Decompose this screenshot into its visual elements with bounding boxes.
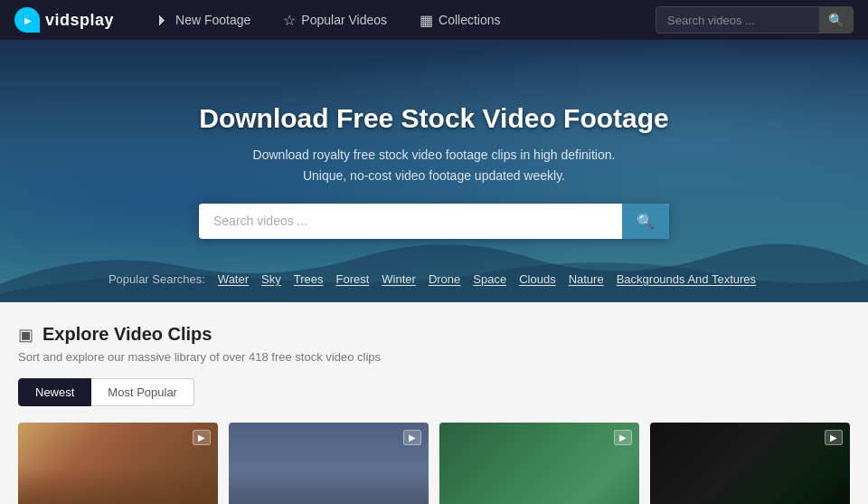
- hero-popular-searches: Popular Searches: Water Sky Trees Forest…: [0, 271, 868, 288]
- hero-subtitle: Download royalty free stock video footag…: [199, 145, 669, 185]
- video-play-button-4[interactable]: ▶: [825, 430, 843, 445]
- tag-clouds[interactable]: Clouds: [515, 271, 559, 288]
- tag-forest[interactable]: Forest: [332, 271, 373, 288]
- video-thumbnail-2: [229, 423, 429, 504]
- video-play-button-1[interactable]: ▶: [193, 430, 211, 445]
- section-header: ▣ Explore Video Clips: [18, 324, 850, 345]
- video-clips-icon: ▣: [18, 325, 33, 345]
- tag-drone[interactable]: Drone: [425, 271, 464, 288]
- section-title: Explore Video Clips: [42, 324, 212, 345]
- nav-search-input[interactable]: [656, 8, 819, 33]
- tag-water[interactable]: Water: [214, 271, 252, 288]
- star-icon: ☆: [283, 12, 296, 29]
- hero-title: Download Free Stock Video Footage: [199, 103, 669, 134]
- tag-backgrounds[interactable]: Backgrounds And Textures: [613, 271, 760, 288]
- tag-nature[interactable]: Nature: [565, 271, 608, 288]
- hero-search-button[interactable]: 🔍: [622, 204, 669, 239]
- tag-sky[interactable]: Sky: [258, 271, 285, 288]
- nav-search-button[interactable]: 🔍: [819, 7, 853, 33]
- nav-link-collections[interactable]: ▦ Collections: [407, 6, 513, 34]
- nav-search-bar: 🔍: [656, 6, 854, 33]
- tag-space[interactable]: Space: [469, 271, 510, 288]
- sort-tabs: Newest Most Popular: [18, 378, 850, 406]
- video-grid: ▶ 01:18 ▶ 00:50 ▶ 00:29 ▶ 00:18: [18, 423, 850, 504]
- content-section: ▣ Explore Video Clips Sort and explore o…: [0, 302, 868, 504]
- tab-most-popular[interactable]: Most Popular: [91, 378, 194, 406]
- play-circle-icon: ⏵: [156, 12, 170, 28]
- hero-content: Download Free Stock Video Footage Downlo…: [181, 103, 687, 239]
- video-card-4[interactable]: ▶ 00:18: [650, 423, 850, 504]
- video-thumbnail-1: [18, 423, 218, 504]
- video-card-2[interactable]: ▶ 00:50: [229, 423, 429, 504]
- nav-link-new-footage[interactable]: ⏵ New Footage: [143, 6, 263, 33]
- video-thumbnail-3: [439, 423, 639, 504]
- tag-trees[interactable]: Trees: [290, 271, 327, 288]
- nav-links: ⏵ New Footage ☆ Popular Videos ▦ Collect…: [143, 6, 656, 34]
- video-card-1[interactable]: ▶ 01:18: [18, 423, 218, 504]
- video-play-button-2[interactable]: ▶: [403, 430, 421, 445]
- tag-winter[interactable]: Winter: [378, 271, 420, 288]
- collections-icon: ▦: [420, 12, 433, 29]
- popular-searches-label: Popular Searches:: [108, 272, 205, 286]
- hero-search-bar: 🔍: [199, 204, 669, 239]
- section-subtitle: Sort and explore our massive library of …: [18, 350, 850, 364]
- main-nav: vidsplay ⏵ New Footage ☆ Popular Videos …: [0, 0, 868, 40]
- hero-section: Download Free Stock Video Footage Downlo…: [0, 40, 868, 302]
- video-play-button-3[interactable]: ▶: [614, 430, 632, 445]
- nav-link-popular-videos[interactable]: ☆ Popular Videos: [270, 6, 400, 34]
- video-thumbnail-4: [650, 423, 850, 504]
- logo-text: vidsplay: [45, 11, 114, 30]
- hero-search-input[interactable]: [199, 204, 622, 237]
- video-card-3[interactable]: ▶ 00:29: [439, 423, 639, 504]
- tab-newest[interactable]: Newest: [18, 378, 91, 406]
- logo[interactable]: vidsplay: [14, 7, 114, 33]
- logo-icon: [14, 7, 40, 33]
